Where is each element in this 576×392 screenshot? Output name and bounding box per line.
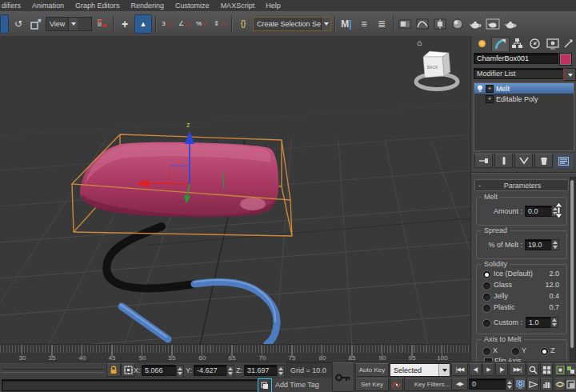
mirror-icon[interactable]: M| (338, 15, 354, 33)
isolate-selection-icon[interactable] (258, 378, 272, 392)
chevron-down-icon[interactable] (68, 18, 78, 30)
set-key-button[interactable]: Set Key (355, 378, 389, 391)
goto-start-button[interactable]: |◀◀ (451, 363, 468, 376)
radio-custom[interactable] (482, 319, 491, 328)
y-coordinate-field[interactable]: -4.627 (194, 365, 229, 376)
rotate-icon[interactable]: ↺ (10, 15, 26, 33)
radio-plastic[interactable] (482, 304, 491, 313)
pin-stack-icon[interactable] (474, 154, 493, 168)
chevron-down-icon[interactable] (321, 18, 330, 30)
custom-solidity-field[interactable]: 1.0 (526, 317, 553, 328)
use-pivot-center-icon[interactable] (94, 15, 110, 33)
scrollbar-thumb[interactable] (570, 180, 574, 348)
material-editor-icon[interactable] (450, 15, 466, 33)
rendered-frame-window-icon[interactable] (485, 15, 501, 33)
modifier-stack-item-melt[interactable]: + Melt (474, 83, 574, 94)
tab-display[interactable] (544, 37, 561, 50)
add-time-tag[interactable]: Add Time Tag (275, 381, 319, 389)
schematic-view-icon[interactable] (432, 15, 448, 33)
tab-modify[interactable] (491, 37, 510, 51)
panel-scrollbar[interactable] (570, 177, 576, 363)
selection-lock-icon[interactable] (106, 363, 121, 377)
previous-frame-button[interactable]: ◀| (469, 363, 482, 376)
maximize-viewport-icon[interactable] (565, 378, 576, 391)
tab-hierarchy[interactable] (509, 37, 526, 50)
tab-utilities[interactable] (562, 37, 575, 50)
lightbulb-icon[interactable] (477, 85, 483, 93)
key-mode-toggle-icon[interactable]: ◀▶ (451, 378, 468, 390)
angle-snap-icon[interactable]: ∠∩ (177, 15, 193, 33)
modifier-stack-item-editable-poly[interactable]: + Editable Poly (474, 94, 574, 104)
radio-ice[interactable] (482, 270, 491, 279)
z-coordinate-field[interactable]: 31.697 (244, 365, 279, 376)
keyboard-override-icon[interactable]: ▲ (134, 14, 152, 34)
scale-icon[interactable] (28, 15, 44, 33)
pan-hand-icon[interactable] (540, 378, 553, 391)
reference-coordsys-dropdown[interactable]: View (46, 17, 92, 31)
graphite-modeling-icon[interactable] (397, 15, 413, 33)
edit-named-selections-icon[interactable]: {} (235, 15, 251, 33)
auto-key-button[interactable]: Auto Key (355, 363, 389, 377)
object-color-swatch[interactable] (559, 53, 572, 66)
menu-graph-editors[interactable]: Graph Editors (75, 2, 120, 10)
select-manipulate-icon[interactable]: + (117, 15, 133, 33)
menu-modifiers[interactable]: difiers (2, 2, 21, 10)
tab-create[interactable] (474, 37, 490, 50)
zoom-icon[interactable] (526, 363, 539, 376)
next-frame-button[interactable]: |▶ (495, 363, 508, 376)
x-coordinate-spinner[interactable] (176, 365, 184, 378)
play-button[interactable]: ▶ (482, 363, 494, 376)
selection-filter-dropdown[interactable]: Selected (390, 363, 450, 377)
menu-rendering[interactable]: Rendering (131, 2, 165, 10)
modifier-list-dropdown[interactable]: Modifier List (474, 68, 565, 79)
toggle-set-key-mode-button[interactable] (332, 362, 354, 392)
object-name-field[interactable]: ChamferBox001 (474, 53, 558, 64)
menu-maxscript[interactable]: MAXScript (221, 2, 255, 10)
radio-axis-y[interactable] (511, 347, 520, 356)
configure-modifier-sets-icon[interactable] (554, 154, 573, 168)
make-unique-icon[interactable] (514, 154, 533, 168)
percent-of-melt-field[interactable]: 19.0 (525, 239, 554, 250)
expand-icon[interactable]: + (486, 95, 494, 103)
expand-icon[interactable]: + (486, 85, 494, 93)
current-frame-spinner[interactable] (506, 378, 514, 391)
key-filters-curve-icon[interactable] (390, 378, 403, 391)
percent-of-melt-spinner[interactable] (551, 239, 559, 250)
menu-help[interactable]: Help (266, 2, 281, 10)
menu-animation[interactable]: Animation (32, 2, 64, 10)
z-coordinate-spinner[interactable] (277, 365, 285, 378)
render-production-teapot-icon[interactable] (502, 15, 518, 33)
align-icon[interactable]: ≡ (356, 15, 372, 33)
field-of-view-icon[interactable] (526, 378, 539, 391)
track-bar-timeline[interactable]: 30 35 40 45 50 55 60 65 70 75 80 85 90 9… (0, 344, 470, 362)
named-selection-set-dropdown[interactable]: Create Selection Se (253, 17, 331, 31)
parameters-rollout-header[interactable]: - Parameters (474, 179, 569, 191)
radio-jelly[interactable] (482, 293, 491, 302)
radio-axis-z[interactable] (540, 347, 549, 356)
percent-snap-icon[interactable]: %∩ (194, 15, 210, 33)
snap-toggle-3d-icon[interactable]: 3∩ (159, 15, 175, 33)
show-end-result-icon[interactable] (494, 154, 513, 168)
amount-field[interactable]: 0.0 (525, 206, 554, 217)
goto-end-button[interactable]: ▶▶| (509, 363, 526, 376)
collapse-icon[interactable]: - (478, 182, 486, 190)
chamferbox-object[interactable] (80, 142, 278, 217)
spinner-snap-icon[interactable]: ⇕∩ (212, 15, 228, 33)
select-move-button[interactable] (0, 14, 9, 34)
remove-modifier-icon[interactable] (534, 154, 553, 168)
render-setup-teapot-icon[interactable] (467, 15, 483, 33)
viewcube-face-label[interactable]: BACK (427, 65, 438, 70)
curve-editor-icon[interactable] (414, 15, 430, 33)
radio-axis-x[interactable] (482, 347, 491, 356)
zoom-extents-all-icon[interactable] (565, 363, 576, 376)
home-icon[interactable]: ⌂ (417, 38, 422, 47)
current-frame-field[interactable]: 0 (469, 378, 509, 390)
y-coordinate-spinner[interactable] (226, 365, 234, 378)
tab-motion[interactable] (526, 37, 543, 50)
time-configuration-icon[interactable] (514, 378, 526, 391)
layer-manager-icon[interactable]: ≣ (374, 15, 390, 33)
modifier-list-arrow[interactable] (563, 68, 576, 81)
radio-glass[interactable] (482, 282, 491, 290)
perspective-viewport[interactable]: z ⌂ BACK (0, 36, 470, 346)
custom-solidity-spinner[interactable] (550, 317, 558, 328)
